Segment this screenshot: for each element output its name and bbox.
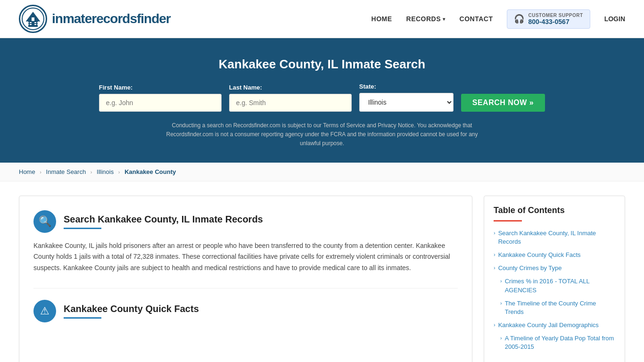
breadcrumb-sep-3: › — [118, 169, 120, 175]
last-name-group: Last Name: — [229, 84, 352, 112]
search-button[interactable]: SEARCH NOW » — [461, 94, 545, 112]
header: inmaterecordsfinder HOME RECORDS ▾ CONTA… — [0, 0, 644, 38]
quick-facts-title: Kankakee County Quick Facts — [64, 304, 199, 314]
search-title-underline — [64, 228, 101, 229]
first-name-group: First Name: — [99, 84, 222, 112]
magnify-icon: 🔍 — [39, 215, 51, 228]
breadcrumb: Home › Inmate Search › Illinois › Kankak… — [0, 163, 644, 181]
svg-rect-5 — [27, 22, 29, 23]
quick-facts-section-header: ⚠ Kankakee County Quick Facts — [33, 300, 458, 322]
quick-facts-icon: ⚠ — [33, 300, 56, 322]
toc-item-5: › The Timeline of the County Crime Trend… — [500, 299, 615, 316]
toc-link-6[interactable]: Kankakee County Jail Demographics — [498, 321, 599, 329]
search-section-header: 🔍 Search Kankakee County, IL Inmate Reco… — [33, 210, 458, 233]
svg-rect-11 — [34, 24, 36, 25]
nav-records[interactable]: RECORDS ▾ — [406, 15, 446, 23]
toc-item-3: › County Crimes by Type — [494, 264, 615, 272]
toc-arrow-icon-6: › — [494, 322, 495, 328]
search-section-icon: 🔍 — [33, 210, 56, 233]
main-content: 🔍 Search Kankakee County, IL Inmate Reco… — [19, 196, 472, 362]
toc-link-4[interactable]: Crimes % in 2016 - TOTAL ALL AGENCIES — [505, 277, 615, 294]
sidebar: Table of Contents › Search Kankakee Coun… — [484, 196, 625, 362]
customer-support-box: 🎧 CUSTOMER SUPPORT 800-433-0567 — [507, 9, 590, 29]
privacy-link[interactable]: Privacy Notice — [378, 122, 414, 129]
first-name-input[interactable] — [99, 94, 222, 112]
breadcrumb-state[interactable]: Illinois — [97, 168, 114, 175]
toc-arrow-icon-5: › — [500, 300, 502, 306]
toc-item-7: › A Timeline of Yearly Data Pop Total fr… — [500, 334, 615, 351]
state-group: State: Illinois — [359, 83, 454, 112]
breadcrumb-home[interactable]: Home — [19, 168, 35, 175]
toc-underline — [494, 220, 522, 222]
breadcrumb-sep-2: › — [91, 169, 92, 175]
toc-link-3[interactable]: County Crimes by Type — [498, 264, 562, 272]
toc-arrow-icon-1: › — [494, 230, 495, 236]
hero-section: Kankakee County, IL Inmate Search First … — [0, 38, 644, 163]
svg-rect-10 — [30, 24, 32, 25]
search-section-title: Search Kankakee County, IL Inmate Record… — [64, 214, 263, 225]
svg-rect-7 — [34, 22, 36, 23]
first-name-label: First Name: — [99, 84, 133, 91]
breadcrumb-sep-1: › — [40, 169, 41, 175]
hero-title: Kankakee County, IL Inmate Search — [9, 57, 635, 72]
toc-item-1: › Search Kankakee County, IL Inmate Reco… — [494, 229, 615, 246]
last-name-label: Last Name: — [229, 84, 262, 91]
logo-area: inmaterecordsfinder — [19, 5, 171, 33]
toc-link-1[interactable]: Search Kankakee County, IL Inmate Record… — [498, 229, 615, 246]
state-select[interactable]: Illinois — [359, 93, 454, 112]
svg-rect-8 — [37, 22, 39, 23]
logo-text: inmaterecordsfinder — [52, 11, 171, 26]
svg-rect-3 — [32, 17, 34, 21]
svg-rect-12 — [37, 24, 39, 25]
main-nav: HOME RECORDS ▾ CONTACT 🎧 CUSTOMER SUPPOR… — [372, 9, 625, 29]
toc-arrow-icon-3: › — [494, 265, 495, 271]
quick-facts-underline — [64, 317, 101, 319]
toc-item-6: › Kankakee County Jail Demographics — [494, 321, 615, 329]
search-section-body: Kankakee County, IL jails hold prisoners… — [33, 240, 458, 274]
nav-home[interactable]: HOME — [372, 15, 392, 23]
headphone-icon: 🎧 — [514, 14, 524, 24]
tos-link[interactable]: Terms of Service — [323, 122, 365, 129]
login-button[interactable]: LOGIN — [604, 15, 625, 23]
support-number: 800-433-0567 — [528, 18, 583, 25]
main-container: 🔍 Search Kankakee County, IL Inmate Reco… — [0, 181, 644, 362]
state-label: State: — [359, 83, 376, 90]
disclaimer-text: Conducting a search on Recordsfinder.com… — [157, 121, 487, 148]
toc-link-5[interactable]: The Timeline of the County Crime Trends — [505, 299, 615, 316]
nav-contact[interactable]: CONTACT — [460, 15, 493, 23]
breadcrumb-inmate-search[interactable]: Inmate Search — [46, 168, 86, 175]
warning-icon: ⚠ — [40, 305, 50, 317]
svg-rect-6 — [30, 22, 32, 23]
toc-title: Table of Contents — [494, 206, 615, 215]
toc-arrow-icon-2: › — [494, 252, 495, 257]
breadcrumb-current: Kankakee County — [124, 168, 176, 175]
chevron-down-icon: ▾ — [443, 16, 446, 22]
logo-icon — [19, 5, 47, 33]
last-name-input[interactable] — [229, 94, 352, 112]
support-label: CUSTOMER SUPPORT — [528, 13, 583, 18]
search-form: First Name: Last Name: State: Illinois S… — [9, 83, 635, 112]
svg-rect-9 — [27, 24, 29, 25]
toc-link-7[interactable]: A Timeline of Yearly Data Pop Total from… — [505, 334, 615, 351]
toc-arrow-icon-4: › — [500, 278, 502, 284]
toc-item-2: › Kankakee County Quick Facts — [494, 251, 615, 259]
toc-item-4: › Crimes % in 2016 - TOTAL ALL AGENCIES — [500, 277, 615, 294]
section-divider — [33, 288, 458, 288]
toc-arrow-icon-7: › — [500, 335, 502, 341]
toc-link-2[interactable]: Kankakee County Quick Facts — [498, 251, 581, 259]
